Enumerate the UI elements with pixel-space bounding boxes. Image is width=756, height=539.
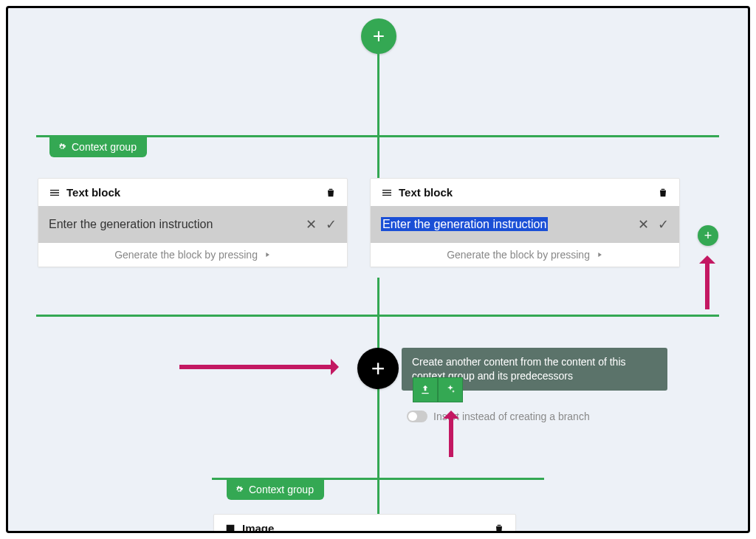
connector (377, 479, 379, 516)
play-icon (264, 251, 271, 258)
block-header: Text block (38, 179, 347, 206)
group-tab-1[interactable]: Context group (49, 137, 147, 157)
text-block-right: Text block Enter the generation instruct… (370, 178, 680, 267)
instruction-input[interactable]: Enter the generation instruction ✕ ✓ (371, 206, 679, 243)
block-title: Image (242, 522, 274, 533)
block-header: Image (214, 515, 515, 533)
delete-block-button[interactable] (657, 187, 669, 199)
delete-block-button[interactable] (493, 523, 505, 534)
hamburger-icon (381, 187, 393, 199)
sparkle-button[interactable] (438, 377, 463, 402)
delete-block-button[interactable] (325, 187, 337, 199)
image-block: Image (213, 514, 516, 533)
add-sibling-button[interactable]: + (698, 225, 718, 246)
editor-canvas: + Context group Text block (8, 8, 748, 531)
instruction-placeholder: Enter the generation instruction (49, 218, 300, 231)
connector (377, 54, 379, 137)
add-branch-button[interactable]: + (357, 348, 399, 389)
gear-icon (57, 142, 67, 152)
group-tab-2[interactable]: Context group (227, 479, 324, 500)
hamburger-icon (49, 187, 61, 199)
clear-icon[interactable]: ✕ (638, 216, 649, 233)
plus-icon: + (371, 355, 385, 382)
group-label: Context group (249, 484, 314, 495)
annotation-arrow (705, 258, 709, 309)
add-top-button[interactable]: + (361, 18, 396, 54)
block-footer: Generate the block by pressing (371, 243, 679, 267)
instruction-placeholder: Enter the generation instruction (381, 218, 632, 231)
annotation-arrow (449, 413, 453, 457)
block-title: Text block (399, 186, 453, 199)
editor-frame: + Context group Text block (6, 6, 750, 533)
image-icon (224, 523, 236, 534)
insert-toggle[interactable] (407, 411, 427, 422)
annotation-arrow (179, 365, 337, 369)
connector (377, 316, 379, 478)
group-label: Context group (72, 141, 137, 153)
block-title: Text block (66, 186, 120, 199)
block-footer: Generate the block by pressing (38, 243, 347, 267)
play-icon (596, 251, 603, 258)
block-header: Text block (371, 179, 679, 206)
connector (377, 278, 379, 316)
confirm-icon[interactable]: ✓ (658, 216, 669, 233)
plus-icon: + (704, 228, 712, 244)
text-block-left: Text block Enter the generation instruct… (38, 178, 348, 267)
branch-action-buttons (413, 377, 463, 402)
insert-toggle-row: Insert instead of creating a branch (407, 411, 590, 422)
plus-icon: + (373, 24, 385, 48)
clear-icon[interactable]: ✕ (306, 216, 317, 233)
gear-icon (234, 484, 244, 495)
confirm-icon[interactable]: ✓ (326, 216, 337, 233)
instruction-input[interactable]: Enter the generation instruction ✕ ✓ (38, 206, 347, 243)
upload-button[interactable] (413, 377, 438, 402)
